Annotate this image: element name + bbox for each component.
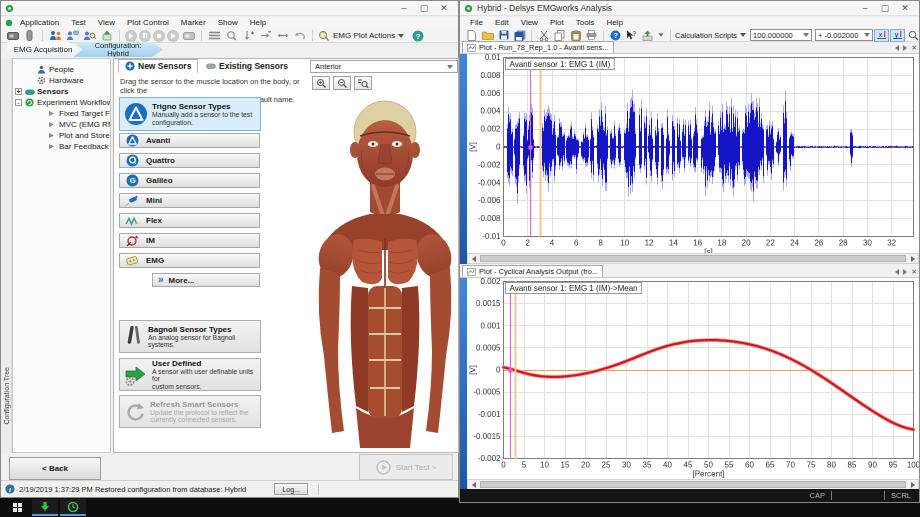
menu-item[interactable]: View bbox=[515, 17, 544, 29]
save-icon[interactable] bbox=[496, 29, 511, 42]
refresh-smart-sensors-card[interactable]: Refresh Smart Sensors Update the protoco… bbox=[119, 395, 261, 428]
more-sensors-button[interactable]: » More... bbox=[152, 273, 260, 287]
menu-item[interactable]: Plot Control bbox=[121, 17, 175, 29]
zoom-tool-icon[interactable] bbox=[906, 29, 920, 42]
help-icon[interactable]: ? bbox=[608, 29, 623, 42]
taskbar-app-acquisition[interactable] bbox=[32, 499, 58, 516]
print-icon[interactable] bbox=[584, 29, 599, 42]
tree-item[interactable]: MVC (EMG RMS) bbox=[13, 119, 110, 130]
tree-item[interactable]: - Experiment Workflow bbox=[13, 97, 110, 108]
menu-item[interactable]: Application bbox=[14, 17, 65, 29]
plot1-tab[interactable]: Plot - Run_78_Rep_1.0 - Avanti sens... bbox=[462, 41, 614, 53]
tab-scroll-left-button[interactable] bbox=[895, 45, 899, 51]
sensor-button[interactable]: G IM bbox=[119, 233, 260, 248]
tree-item[interactable]: Hardware bbox=[13, 75, 110, 86]
menu-item[interactable]: View bbox=[92, 17, 121, 29]
save-all-icon[interactable] bbox=[512, 29, 527, 42]
start-button[interactable] bbox=[4, 499, 30, 516]
tree-expander[interactable]: - bbox=[15, 99, 22, 106]
tab-emg-acquisition[interactable]: EMG Acquisition bbox=[7, 42, 79, 57]
log-button[interactable]: Log... bbox=[274, 483, 308, 495]
zoom-back-icon[interactable] bbox=[224, 29, 239, 42]
tree-item[interactable]: Fixed Target Force bbox=[13, 108, 110, 119]
next-button[interactable] bbox=[167, 30, 179, 42]
anatomy-figure[interactable] bbox=[310, 88, 460, 452]
open-folder-icon[interactable] bbox=[480, 29, 495, 42]
close-button[interactable]: ✕ bbox=[895, 2, 915, 15]
menu-item[interactable]: Help bbox=[244, 17, 272, 29]
tree-item[interactable]: People bbox=[13, 64, 110, 75]
undo-icon[interactable] bbox=[292, 29, 307, 42]
tree-expander[interactable]: + bbox=[15, 88, 22, 95]
minimize-button[interactable]: – bbox=[394, 2, 414, 15]
sensor-button[interactable]: G Flex bbox=[119, 213, 260, 228]
help-icon[interactable]: ? bbox=[410, 29, 425, 42]
sensor-button[interactable]: G EMG bbox=[119, 253, 260, 268]
tab-scroll-right-button[interactable] bbox=[903, 45, 907, 51]
tab-scroll-left-button[interactable] bbox=[895, 269, 899, 275]
tab-scroll-right-button[interactable] bbox=[903, 269, 907, 275]
import-icon[interactable] bbox=[99, 29, 114, 42]
menu-item[interactable]: Help bbox=[600, 17, 628, 29]
menu-item[interactable]: Marker bbox=[175, 17, 212, 29]
tab-close-button[interactable]: ✕ bbox=[911, 44, 917, 51]
people-search-icon[interactable] bbox=[82, 29, 97, 42]
minimize-button[interactable]: – bbox=[855, 2, 875, 15]
scroll-left-button[interactable] bbox=[468, 480, 479, 489]
x-axis-lock-toggle[interactable]: x bbox=[874, 29, 889, 42]
body-orientation-select[interactable]: Anterior bbox=[310, 60, 458, 73]
emg-plot-canvas[interactable] bbox=[467, 54, 919, 253]
scroll-right-button[interactable] bbox=[907, 254, 918, 263]
scale-combo[interactable]: 100.000000 bbox=[750, 29, 812, 41]
scroll-right-button[interactable] bbox=[907, 480, 918, 489]
scrollbar-thumb[interactable] bbox=[480, 481, 906, 488]
menu-item[interactable]: Plot bbox=[544, 17, 570, 29]
copy-icon[interactable] bbox=[552, 29, 567, 42]
plot1-scrollbar[interactable] bbox=[467, 253, 919, 264]
list-icon[interactable] bbox=[207, 29, 222, 42]
emg-plot-actions-button[interactable]: EMG Plot Actions bbox=[318, 30, 404, 41]
paste-icon[interactable] bbox=[568, 29, 583, 42]
record-icon[interactable] bbox=[181, 29, 196, 42]
tree-item[interactable]: + Sensors bbox=[13, 86, 110, 97]
taskbar-app-analysis[interactable] bbox=[60, 499, 86, 516]
scrollbar-thumb[interactable] bbox=[480, 255, 906, 262]
bagnoli-sensor-types-card[interactable]: Bagnoli Sensor Types An analog sensor fo… bbox=[119, 320, 261, 353]
sensor-button[interactable]: G Mini bbox=[119, 193, 260, 208]
offset-combo[interactable]: + -0.002000 bbox=[815, 29, 873, 41]
toolbar-overflow-icon[interactable] bbox=[659, 33, 664, 36]
maximize-button[interactable]: ▢ bbox=[414, 2, 434, 15]
tree-item[interactable]: Bar Feedback bbox=[13, 141, 110, 152]
new-file-icon[interactable] bbox=[464, 29, 479, 42]
play-button[interactable] bbox=[125, 30, 137, 42]
marker-next-icon[interactable] bbox=[258, 29, 273, 42]
marker-add-icon[interactable] bbox=[241, 29, 256, 42]
maximize-button[interactable]: ▢ bbox=[875, 2, 895, 15]
menu-item[interactable]: Show bbox=[212, 17, 244, 29]
export-icon[interactable] bbox=[640, 29, 655, 42]
menu-item[interactable]: Test bbox=[65, 17, 92, 29]
menu-item[interactable]: File bbox=[464, 17, 489, 29]
start-test-button[interactable]: Start Test > bbox=[359, 454, 453, 480]
back-button[interactable]: < Back bbox=[9, 457, 101, 480]
pause-button[interactable] bbox=[139, 30, 151, 42]
sensor-button[interactable]: G Avanti bbox=[119, 133, 260, 148]
menu-item[interactable]: Edit bbox=[489, 17, 515, 29]
tab-new-sensors[interactable]: New Sensors bbox=[118, 59, 198, 73]
cut-icon[interactable] bbox=[536, 29, 551, 42]
tab-close-button[interactable]: ✕ bbox=[911, 268, 917, 275]
add-people-icon[interactable] bbox=[48, 29, 63, 42]
scroll-left-button[interactable] bbox=[468, 254, 479, 263]
calculation-scripts-button[interactable]: Calculation Scripts bbox=[675, 31, 746, 40]
plot2-tab[interactable]: Plot - Cyclical Analysis Output (fro... bbox=[462, 265, 603, 277]
tree-item[interactable]: Plot and Store bbox=[13, 130, 110, 141]
close-button[interactable]: ✕ bbox=[434, 2, 454, 15]
whats-this-icon[interactable]: ? bbox=[624, 29, 639, 42]
tab-existing-sensors[interactable]: Existing Sensors bbox=[200, 59, 294, 73]
marker-range-icon[interactable] bbox=[275, 29, 290, 42]
y-axis-lock-toggle[interactable]: y bbox=[890, 29, 905, 42]
menu-item[interactable]: Tools bbox=[570, 17, 601, 29]
sensor-button[interactable]: G Quattro bbox=[119, 153, 260, 168]
trigno-sensor-types-card[interactable]: Trigno Sensor Types Manually add a senso… bbox=[119, 97, 261, 131]
stop-button[interactable] bbox=[153, 30, 165, 42]
